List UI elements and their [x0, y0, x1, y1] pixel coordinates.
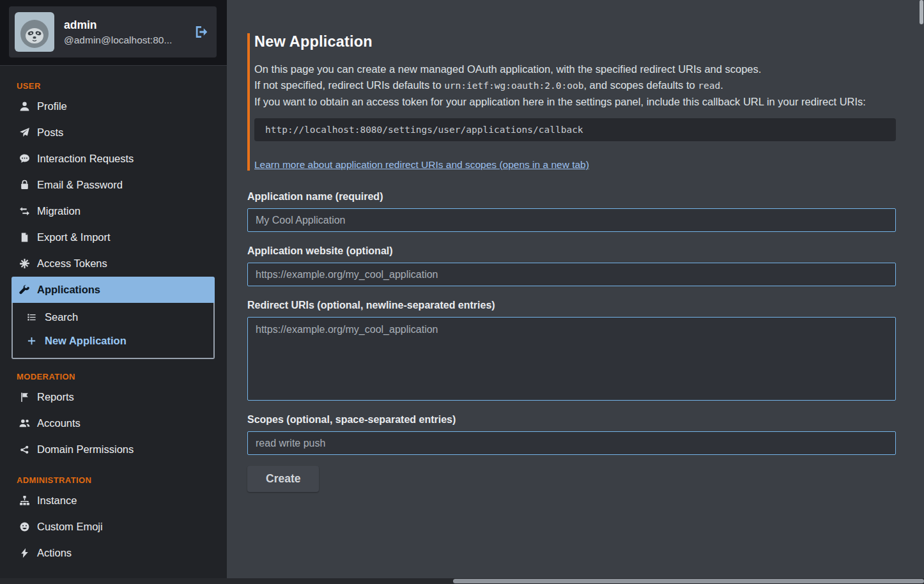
sidebar-item-label: Actions — [37, 547, 72, 559]
sidebar-item-new-application[interactable]: New Application — [13, 329, 213, 353]
horizontal-scrollbar-thumb[interactable] — [453, 579, 924, 583]
app-root: admin @admin@localhost:80... USER Profil… — [0, 0, 924, 584]
lock-icon — [19, 180, 30, 190]
sitemap-icon — [19, 495, 30, 506]
flag-icon — [19, 392, 30, 403]
page-title: New Application — [254, 33, 896, 50]
sidebar-item-email-password[interactable]: Email & Password — [12, 172, 215, 198]
sidebar-item-accounts[interactable]: Accounts — [12, 410, 215, 436]
inline-code-read: read — [698, 81, 720, 91]
user-icon — [19, 101, 30, 112]
file-export-icon — [19, 232, 30, 243]
sidebar-item-profile[interactable]: Profile — [12, 93, 215, 119]
sidebar-item-domain-permissions[interactable]: Domain Permissions — [12, 436, 215, 463]
section-title-administration: ADMINISTRATION — [17, 475, 210, 485]
callback-url: http://localhost:8080/settings/user/appl… — [265, 125, 583, 135]
users-icon — [19, 418, 30, 429]
application-name-input[interactable] — [247, 208, 896, 232]
tools-icon — [19, 284, 30, 295]
create-button[interactable]: Create — [247, 466, 319, 492]
sidebar-item-label: Accounts — [37, 417, 81, 429]
learn-more-link[interactable]: Learn more about application redirect UR… — [254, 159, 589, 171]
sidebar-item-export-import[interactable]: Export & Import — [12, 224, 215, 250]
paper-plane-icon — [19, 127, 30, 138]
applications-submenu: Search New Application — [12, 303, 215, 359]
sidebar-item-label: Access Tokens — [37, 257, 107, 270]
redirect-uris-textarea[interactable] — [247, 317, 896, 401]
scopes-label: Scopes (optional, space-separated entrie… — [247, 414, 896, 426]
sidebar-item-label: Search — [45, 311, 78, 323]
intro-text: . — [720, 79, 723, 91]
sidebar-item-label: Posts — [37, 127, 63, 139]
sidebar-item-label: Domain Permissions — [37, 443, 134, 456]
application-website-input[interactable] — [247, 263, 896, 286]
sidebar-item-instance[interactable]: Instance — [12, 488, 215, 514]
sidebar-item-label: Migration — [37, 205, 81, 217]
list-icon — [27, 312, 38, 322]
sidebar-item-search[interactable]: Search — [13, 305, 213, 329]
vertical-scrollbar-thumb[interactable] — [920, 0, 923, 24]
logout-icon[interactable] — [194, 24, 209, 40]
sidebar-item-label: Interaction Requests — [37, 153, 134, 165]
user-meta: admin @admin@localhost:80... — [64, 19, 184, 46]
page-header: New Application On this page you can cre… — [247, 33, 896, 171]
callback-url-code-block: http://localhost:8080/settings/user/appl… — [254, 118, 896, 141]
intro-text: If not specified, redirect URIs defaults… — [254, 79, 444, 91]
horizontal-scrollbar[interactable] — [0, 578, 924, 584]
user-handle: @admin@localhost:80... — [64, 35, 184, 46]
sidebar-item-migration[interactable]: Migration — [12, 198, 215, 224]
transfer-arrows-icon — [19, 206, 30, 217]
avatar — [15, 12, 54, 52]
nodes-icon — [19, 444, 30, 455]
plus-icon — [27, 336, 38, 346]
intro-line-1: On this page you can create a new manage… — [254, 61, 896, 77]
user-name: admin — [64, 19, 184, 32]
inline-code-oob: urn:ietf:wg:oauth:2.0:oob — [444, 81, 583, 91]
redirect-uris-label: Redirect URIs (optional, newline-separat… — [247, 300, 896, 311]
sidebar-item-label: Reports — [37, 391, 74, 403]
sidebar-item-interaction-requests[interactable]: Interaction Requests — [12, 146, 215, 172]
sidebar-item-label: Export & Import — [37, 231, 111, 243]
sidebar-item-label: Profile — [37, 100, 67, 112]
main-panel: New Application On this page you can cre… — [227, 0, 924, 584]
sidebar: admin @admin@localhost:80... USER Profil… — [0, 0, 227, 584]
sidebar-item-access-tokens[interactable]: Access Tokens — [12, 250, 215, 277]
user-card-section: admin @admin@localhost:80... — [0, 0, 227, 66]
section-title-user: USER — [17, 81, 210, 91]
certificate-icon — [19, 258, 30, 269]
sidebar-item-label: Instance — [37, 495, 77, 507]
smiley-icon — [19, 521, 30, 532]
sidebar-menu: USER Profile Posts Interaction Requests … — [0, 66, 227, 566]
comment-icon — [19, 153, 30, 164]
application-name-label: Application name (required) — [247, 191, 896, 203]
sidebar-item-custom-emoji[interactable]: Custom Emoji — [12, 514, 215, 540]
section-title-moderation: MODERATION — [17, 372, 210, 381]
user-card[interactable]: admin @admin@localhost:80... — [9, 6, 217, 58]
new-application-form: Application name (required) Application … — [247, 191, 896, 492]
intro-text: , and scopes defaults to — [583, 79, 698, 91]
application-website-label: Application website (optional) — [247, 245, 896, 257]
bolt-icon — [19, 548, 30, 558]
sidebar-item-applications[interactable]: Applications — [12, 277, 215, 303]
intro-line-3: If you want to obtain an access token fo… — [254, 94, 896, 110]
sidebar-item-label: Applications — [37, 284, 100, 296]
sidebar-item-posts[interactable]: Posts — [12, 119, 215, 146]
sidebar-item-reports[interactable]: Reports — [12, 384, 215, 410]
intro-line-2: If not specified, redirect URIs defaults… — [254, 77, 896, 94]
sidebar-item-actions[interactable]: Actions — [12, 540, 215, 566]
scopes-input[interactable] — [247, 431, 896, 455]
sidebar-item-label: New Application — [45, 335, 127, 347]
sidebar-item-label: Custom Emoji — [37, 521, 103, 533]
sidebar-item-label: Email & Password — [37, 179, 123, 191]
